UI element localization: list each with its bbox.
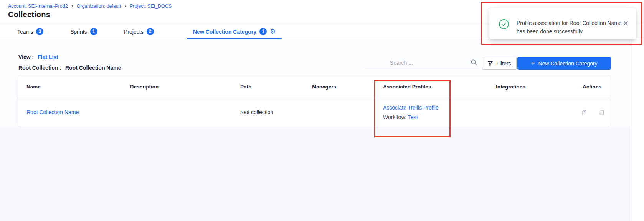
success-check-icon	[499, 19, 509, 29]
chevron-right-icon: ›	[124, 3, 126, 8]
root-collection-label: Root Collection :	[18, 65, 61, 71]
cell-path: root collection	[240, 109, 312, 115]
table-header-row: Name Description Path Managers Associate…	[18, 75, 611, 98]
new-collection-category-button[interactable]: + New Collection Category	[517, 57, 611, 70]
count-badge: 3	[36, 28, 43, 35]
column-header-managers: Managers	[312, 84, 383, 90]
copy-icon[interactable]	[581, 109, 588, 116]
search-icon	[471, 59, 477, 66]
collections-page: Account: SEI-Internal-Prod2 › Organizati…	[0, 0, 644, 221]
count-badge: 2	[147, 28, 154, 35]
workflow-line: Workflow: Test	[383, 114, 496, 120]
page-background	[0, 127, 631, 221]
tab-teams[interactable]: Teams 3	[17, 24, 43, 39]
close-icon[interactable]	[623, 21, 628, 26]
tab-sprints[interactable]: Sprints 1	[70, 24, 97, 39]
tab-label: Sprints	[70, 29, 87, 35]
right-panel-edge	[631, 39, 644, 221]
breadcrumb-account-link[interactable]: Account: SEI-Internal-Prod2	[8, 3, 68, 9]
root-collection-line: Root Collection :Root Collection Name	[18, 65, 121, 71]
count-badge: 1	[259, 28, 267, 35]
tab-label: New Collection Category	[193, 29, 256, 35]
column-header-associated-profiles: Associated Profiles	[383, 84, 496, 90]
page-title: Collections	[8, 10, 50, 19]
column-header-actions: Actions	[583, 84, 611, 90]
column-header-description: Description	[130, 84, 240, 90]
tab-label: Projects	[124, 29, 144, 35]
breadcrumb: Account: SEI-Internal-Prod2 › Organizati…	[8, 3, 172, 9]
count-badge: 1	[90, 28, 97, 35]
filters-label: Filters	[496, 61, 511, 67]
view-flat-list-link[interactable]: Flat List	[38, 54, 58, 60]
filter-funnel-icon	[487, 61, 493, 66]
new-collection-category-label: New Collection Category	[538, 61, 597, 67]
associate-trellis-profile-link[interactable]: Associate Trellis Profile	[383, 105, 496, 111]
success-toast: Profile association for Root Collection …	[489, 8, 636, 39]
root-collection-value: Root Collection Name	[65, 65, 121, 71]
search-input[interactable]	[363, 57, 481, 68]
tab-label: Teams	[17, 29, 33, 35]
tab-projects[interactable]: Projects 2	[124, 24, 154, 39]
collections-table: Name Description Path Managers Associate…	[18, 75, 611, 127]
view-label: View :	[18, 54, 34, 60]
collection-name-link[interactable]: Root Collection Name	[26, 109, 79, 115]
filters-button[interactable]: Filters	[482, 57, 517, 70]
cell-actions	[581, 109, 611, 116]
table-row: Root Collection Name root collection Ass…	[18, 98, 611, 126]
column-header-path: Path	[240, 84, 312, 90]
chevron-right-icon: ›	[71, 3, 73, 8]
column-header-integrations: Integrations	[496, 84, 583, 90]
trash-icon[interactable]	[598, 109, 605, 116]
active-tab-underline	[187, 38, 282, 39]
view-selector: View :Flat List	[18, 54, 58, 60]
search-box	[363, 57, 481, 68]
breadcrumb-project-link[interactable]: Project: SEI_DOCS	[130, 3, 172, 9]
cell-associated-profiles: Associate Trellis Profile Workflow: Test	[383, 105, 496, 120]
breadcrumb-organization-link[interactable]: Organization: default	[77, 3, 121, 9]
tab-new-collection-category[interactable]: New Collection Category 1 ⚙	[187, 24, 282, 39]
toast-message: Profile association for Root Collection …	[517, 19, 623, 36]
workflow-test-link[interactable]: Test	[408, 114, 418, 120]
plus-icon: +	[531, 60, 535, 66]
workflow-label: Workflow:	[383, 114, 406, 120]
gear-icon[interactable]: ⚙	[270, 28, 276, 35]
column-header-name: Name	[26, 84, 130, 90]
